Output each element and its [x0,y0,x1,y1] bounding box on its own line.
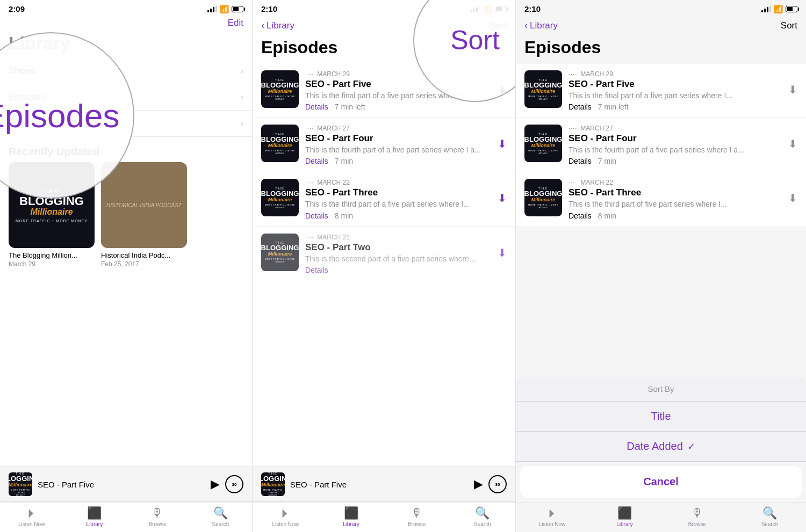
tab-browse-p2[interactable]: 🎙 Browse [401,506,433,527]
ep-thumb-p3-part4: THE BLOGGING Millionaire MORE TRAFFIC + … [524,125,562,162]
panel-episodes: Sort 2:10 📶 ‹ Library Sort Episodes [253,0,516,532]
play-button[interactable]: ▶ [211,477,220,491]
podcast-card-india[interactable]: HISTORICAL INDIA PODCAST Historical Indi… [101,162,187,268]
tab-bar-panel3: ⏵ Listen Now ⬛ Library 🎙 Browse 🔍 Search [516,502,806,532]
back-button[interactable]: ‹ Library [261,20,294,31]
play-button-panel2[interactable]: ▶ [474,477,483,491]
browse-icon: 🎙 [411,506,423,520]
status-icons-panel3: 📶 [761,5,797,13]
download-icon-p3-part4: ⬇ [788,137,797,150]
wifi-icon: 📶 [220,5,229,13]
player-title: SEO - Part Five [38,480,205,489]
player-thumb: THE BLOGGING Millionaire MORE TRAFFIC + … [9,472,32,496]
listen-now-icon: ⏵ [26,506,38,520]
signal-icon [761,6,771,12]
browse-icon: 🎙 [152,506,163,520]
tab-listen-now-p3[interactable]: ⏵ Listen Now [536,506,568,527]
edit-button[interactable]: Edit [228,18,243,28]
library-icon: ⬛ [87,506,102,520]
episode-list-panel3: THE BLOGGING Millionaire MORE TRAFFIC + … [516,64,806,227]
search-icon: 🔍 [213,506,228,520]
tab-search-p3[interactable]: 🔍 Search [754,506,786,527]
tab-library[interactable]: ⬛ Library [78,506,111,527]
browse-icon: 🎙 [692,506,703,520]
tab-bar-panel1: ⏵ Listen Now ⬛ Library 🎙 Browse 🔍 Search [0,502,252,532]
sort-option-date-added[interactable]: Date Added ✓ [516,432,806,462]
download-icon-p3-part3: ⬇ [788,192,797,205]
library-icon: ⬛ [344,506,358,520]
player-title-panel2: SEO - Part Five [290,480,469,489]
episode-item-part3[interactable]: THE BLOGGING Millionaire MORE TRAFFIC + … [253,172,515,227]
tab-listen-now-p2[interactable]: ⏵ Listen Now [269,506,301,527]
panel-sort: 2:10 📶 ‹ Library Sort Episodes [516,0,806,532]
india-podcast-thumb: HISTORICAL INDIA PODCAST [101,162,187,248]
ep-thumb-part5: THE BLOGGING Millionaire MORE TRAFFIC + … [261,70,299,108]
chevron-icon: › [241,119,243,128]
sort-label-panel3[interactable]: Sort [781,20,797,31]
wifi-icon: 📶 [774,5,783,13]
tab-browse[interactable]: 🎙 Browse [141,506,174,527]
ep-thumb-part2: THE BLOGGING Millionaire MORE TRAFFIC + … [261,234,299,271]
tab-library-p3[interactable]: ⬛ Library [609,506,641,527]
search-icon: 🔍 [475,506,490,520]
download-icon-part3[interactable]: ⬇ [498,192,507,205]
time-panel1: 2:09 [9,4,25,13]
nav-bar-panel3: ‹ Library Sort [516,16,806,35]
download-icon-p3-part5: ⬇ [788,83,797,96]
player-bar-panel2[interactable]: THE BLOGGING Millionaire MORE TRAFFIC + … [253,467,515,502]
episode-list-panel2: THE BLOGGING Millionaire MORE TRAFFIC + … [253,64,515,489]
episode-item-part2[interactable]: THE BLOGGING Millionaire MORE TRAFFIC + … [253,227,515,281]
sort-header: Sort By [516,377,806,402]
episode-item-p3-part5: THE BLOGGING Millionaire MORE TRAFFIC + … [516,64,806,118]
chevron-icon: › [241,67,243,75]
player-bar-panel1[interactable]: THE BLOGGING Millionaire MORE TRAFFIC + … [0,467,252,502]
sort-option-title[interactable]: Title [516,402,806,432]
back-chevron-icon: ‹ [261,20,264,31]
player-thumb-panel2: THE BLOGGING Millionaire MORE TRAFFIC + … [261,472,285,496]
time-panel2: 2:10 [261,4,277,13]
checkmark-icon: ✓ [687,441,695,453]
episode-item-part4[interactable]: THE BLOGGING Millionaire MORE TRAFFIC + … [253,118,515,172]
episode-item-p3-part3: THE BLOGGING Millionaire MORE TRAFFIC + … [516,172,806,227]
back-chevron-icon: ‹ [524,20,528,31]
library-icon: ⬛ [617,506,632,520]
back-button-panel3[interactable]: ‹ Library [524,20,558,31]
episode-item-p3-part4: THE BLOGGING Millionaire MORE TRAFFIC + … [516,118,806,172]
battery-icon [232,6,243,12]
ep-thumb-p3-part3: THE BLOGGING Millionaire MORE TRAFFIC + … [524,179,562,216]
episodes-big-text: Episodes [0,97,120,135]
chevron-icon: › [241,93,243,101]
status-bar-panel1: 2:09 📶 [0,0,252,16]
status-icons-panel1: 📶 [207,5,243,13]
tab-search[interactable]: 🔍 Search [204,506,236,527]
sort-panel: Sort By Title Date Added ✓ [516,377,806,462]
nav-bar-panel1: Edit [0,16,252,33]
download-icon-part2[interactable]: ⬇ [498,246,507,259]
download-icon-part4[interactable]: ⬇ [498,137,507,150]
tab-listen-now[interactable]: ⏵ Listen Now [16,506,48,527]
listen-now-icon: ⏵ [279,506,291,520]
skip-button[interactable]: 30 [225,475,243,493]
cancel-button[interactable]: Cancel [643,476,679,487]
skip-button-panel2[interactable]: 30 [488,475,507,493]
sort-cancel-wrapper: Cancel [520,466,802,498]
tab-search-p2[interactable]: 🔍 Search [466,506,499,527]
time-panel3: 2:10 [524,4,541,13]
sort-circle-text: Sort [450,25,500,56]
listen-now-icon: ⏵ [546,506,558,520]
ep-thumb-part3: THE BLOGGING Millionaire MORE TRAFFIC + … [261,179,299,216]
tab-browse-p3[interactable]: 🎙 Browse [681,506,714,527]
ep-thumb-p3-part5: THE BLOGGING Millionaire MORE TRAFFIC + … [524,70,562,108]
panel-library-home: Episodes 2:09 📶 Edit Library Shows › [0,0,253,532]
ep-thumb-part4: THE BLOGGING Millionaire MORE TRAFFIC + … [261,125,299,162]
page-title-panel3: Episodes [516,35,806,64]
search-icon: 🔍 [762,506,777,520]
tab-library-p2[interactable]: ⬛ Library [335,506,367,527]
signal-icon [207,6,217,12]
status-bar-panel3: 2:10 📶 [516,0,806,16]
tab-bar-panel2: ⏵ Listen Now ⬛ Library 🎙 Browse 🔍 Search [253,502,515,532]
sort-modal: Sort By Title Date Added ✓ Cancel [516,377,806,502]
battery-icon [786,6,797,12]
episodes-circle-text: Episodes [0,97,120,135]
